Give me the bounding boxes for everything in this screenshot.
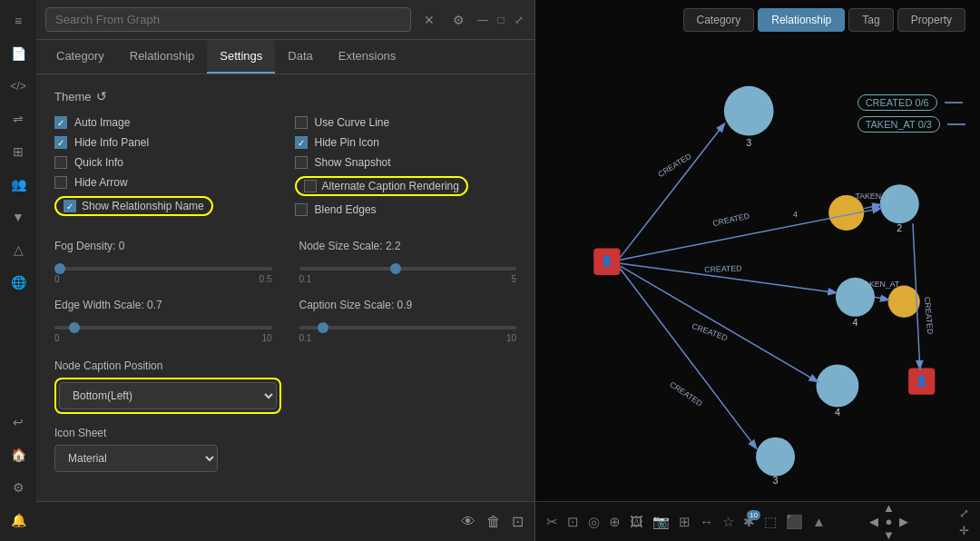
node-size-scale-slider[interactable] [299,267,517,270]
tool-star-icon[interactable]: ☆ [722,514,734,530]
tab-category[interactable]: Category [44,40,117,74]
sidebar: ≡ 📄 </> ⇌ ⊞ 👥 ▼ △ 🌐 ↩ 🏠 ⚙ 🔔 [0,0,36,541]
checkbox-blend-edges[interactable] [295,203,308,216]
search-settings-button[interactable]: ⚙ [447,9,469,31]
checkbox-auto-image[interactable] [54,116,67,129]
search-input[interactable] [45,7,411,32]
maximize-button[interactable]: ⤢ [513,14,525,26]
icon-sheet-select[interactable]: Material FontAwesome [54,445,218,472]
tool-image-icon[interactable]: 🖼 [630,514,643,529]
tab-settings[interactable]: Settings [207,40,275,74]
svg-line-19 [875,297,888,300]
tool-target-icon[interactable]: ◎ [588,514,600,530]
nav-up-arrow[interactable]: ▲ [883,501,895,515]
tool-badge-icon[interactable]: ✱10 [743,514,755,530]
option-hide-info-panel[interactable]: Hide Info Panel [54,136,277,149]
svg-text:CREATED: CREATED [704,264,742,274]
option-alternate-caption[interactable]: Alternate Caption Rendering [295,176,517,196]
zoom-fit-icon[interactable]: ⤢ [959,507,969,520]
graph-area: CREATED 0/6 TAKEN_AT 0/3 👤 3 [535,40,980,501]
nav-property-button[interactable]: Property [897,8,965,32]
svg-text:CREATED: CREATED [691,321,729,343]
svg-text:4: 4 [852,317,858,328]
option-auto-image[interactable]: Auto Image [54,116,277,129]
sidebar-back-icon[interactable]: ↩ [5,408,32,436]
caption-size-scale-slider[interactable] [299,326,517,330]
graph-bottom-toolbar: ✂ ⊡ ◎ ⊕ 🖼 📷 ⊞ ↔ ☆ ✱10 ⬚ ⬛ ▲ ▲ ◀ ● ▶ ▼ [535,501,980,541]
eye-icon[interactable]: 👁 [461,514,475,530]
checkbox-show-relationship-name[interactable] [64,200,76,212]
tab-data[interactable]: Data [275,40,325,74]
sidebar-menu-icon[interactable]: ≡ [5,7,32,34]
zoom-move-icon[interactable]: ✛ [959,524,969,537]
node-blue-bottom[interactable] [756,438,795,477]
checkbox-show-snapshot[interactable] [295,156,308,169]
minimize-button[interactable]: — [476,14,489,26]
sidebar-code-icon[interactable]: </> [5,73,32,100]
search-clear-button[interactable]: ✕ [418,9,440,31]
tool-frame-icon[interactable]: ⊡ [567,514,579,530]
tool-up-icon[interactable]: ▲ [812,514,826,529]
node-blue-top[interactable] [724,86,774,136]
node-orange-mid[interactable] [888,286,920,318]
checkbox-alternate-caption[interactable] [304,180,317,192]
tool-copy-icon[interactable]: ⬚ [764,514,777,530]
option-show-snapshot[interactable]: Show Snapshot [295,156,517,169]
tool-arrows-icon[interactable]: ↔ [700,514,713,529]
svg-line-9 [621,209,880,261]
tool-grid-icon[interactable]: ⊞ [679,514,691,530]
nav-left-arrow[interactable]: ◀ [869,515,878,528]
sidebar-filter-icon[interactable]: ▼ [5,203,32,231]
svg-line-15 [621,269,756,448]
sidebar-globe-icon[interactable]: 🌐 [5,269,32,296]
option-hide-arrow[interactable]: Hide Arrow [54,176,277,189]
checkbox-use-curve-line[interactable] [295,116,308,129]
sidebar-home-icon[interactable]: 🏠 [5,441,32,468]
sidebar-settings-icon[interactable]: ⚙ [5,474,32,501]
caption-size-scale-label: Caption Size Scale: 0.9 [299,299,517,311]
theme-refresh-icon[interactable]: ↺ [96,89,107,103]
node-caption-position-section: Node Caption Position Bottom(Left) Botto… [54,359,516,414]
nav-tag-button[interactable]: Tag [848,8,893,32]
tab-relationship[interactable]: Relationship [117,40,208,74]
option-hide-pin-icon[interactable]: Hide Pin Icon [295,136,517,149]
tool-cut-icon[interactable]: ✂ [546,514,558,530]
tool-plus-icon[interactable]: ⊕ [609,514,621,530]
trash-icon[interactable]: 🗑 [486,514,501,530]
nav-relationship-button[interactable]: Relationship [758,8,845,32]
node-blue-lower[interactable] [816,365,858,408]
restore-button[interactable]: □ [495,14,507,26]
sidebar-users-icon[interactable]: 👥 [5,171,32,198]
node-blue-mid-upper[interactable] [880,184,919,223]
fog-density-slider[interactable] [54,267,272,270]
sidebar-grid-icon[interactable]: ⊞ [5,138,32,165]
checkbox-hide-pin-icon[interactable] [295,136,308,149]
sidebar-file-icon[interactable]: 📄 [5,40,32,67]
edge-width-scale-slider-section: Edge Width Scale: 0.7 0 10 [54,299,272,343]
nav-down-arrow[interactable]: ▼ [883,528,895,541]
sidebar-transfer-icon[interactable]: ⇌ [5,105,32,133]
expand-icon[interactable]: ⊡ [512,513,524,530]
nav-category-button[interactable]: Category [683,8,755,32]
option-blend-edges[interactable]: Blend Edges [295,203,517,216]
sidebar-notification-icon[interactable]: 🔔 [5,507,32,534]
icon-sheet-label: Icon Sheet [54,427,516,439]
tool-camera-icon[interactable]: 📷 [652,514,670,530]
svg-text:TAKEN_AT: TAKEN_AT [859,280,900,289]
checkbox-quick-info[interactable] [54,156,67,169]
tool-square-icon[interactable]: ⬛ [786,514,803,530]
node-caption-position-select[interactable]: Bottom(Left) Bottom(Center) Bottom(Right… [59,382,277,409]
svg-line-17 [864,205,880,209]
nav-center-dot[interactable]: ● [886,515,893,528]
checkbox-hide-arrow[interactable] [54,176,67,189]
theme-section-title: Theme ↺ [54,89,516,103]
nav-right-arrow[interactable]: ▶ [899,515,908,528]
checkbox-hide-info-panel[interactable] [54,136,67,149]
sidebar-hierarchy-icon[interactable]: △ [5,236,32,263]
tab-extensions[interactable]: Extensions [326,40,409,74]
edge-width-scale-slider[interactable] [54,326,272,330]
svg-text:3: 3 [773,475,779,486]
option-quick-info[interactable]: Quick Info [54,156,277,169]
option-use-curve-line[interactable]: Use Curve Line [295,116,517,129]
option-show-relationship-name[interactable]: Show Relationship Name [54,196,277,216]
